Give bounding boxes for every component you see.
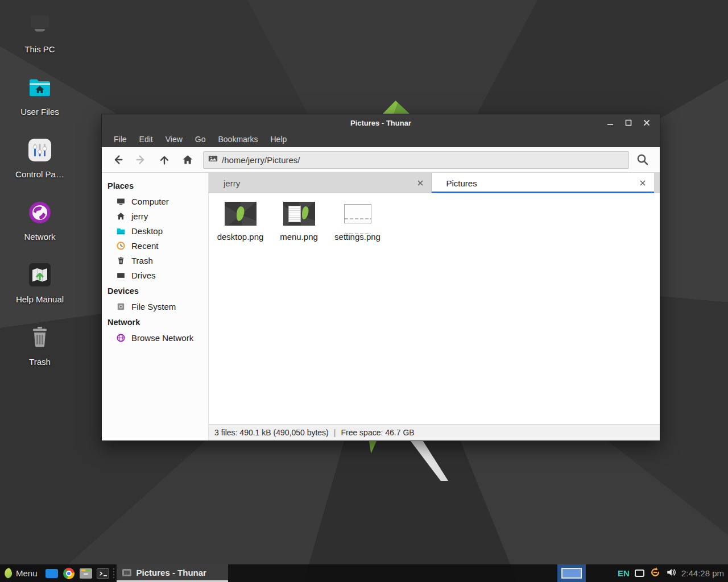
desktop-icon-help-manual[interactable]: Help Manual xyxy=(0,259,80,322)
tab-pictures[interactable]: Pictures xyxy=(432,173,655,193)
display-icon[interactable] xyxy=(635,569,644,577)
image-thumbnail xyxy=(225,200,257,227)
file-item-menu-png[interactable]: menu.png xyxy=(272,198,326,242)
show-desktop-icon xyxy=(46,569,58,578)
sidebar: Places Computer jerry Desktop Recent Tra… xyxy=(102,173,209,440)
tab-label: Pictures xyxy=(446,178,477,188)
desktop-icon-trash[interactable]: Trash xyxy=(0,322,80,384)
home-folder-icon xyxy=(26,72,53,103)
file-name: menu.png xyxy=(280,232,318,242)
tab-close-icon[interactable] xyxy=(638,178,647,188)
sidebar-header-network: Network xyxy=(102,314,208,330)
menu-button[interactable]: Menu xyxy=(0,564,43,582)
window-titlebar[interactable]: Pictures - Thunar xyxy=(102,114,660,131)
tab-bar: jerry Pictures xyxy=(209,173,660,193)
desktop-icon-network[interactable]: Network xyxy=(0,197,80,259)
sidebar-header-devices: Devices xyxy=(102,282,208,299)
browser-launcher[interactable] xyxy=(60,564,77,582)
workspace-1 xyxy=(561,568,582,579)
desktop-icon-this-pc[interactable]: This PC xyxy=(0,9,80,72)
sidebar-item-drives[interactable]: Drives xyxy=(102,268,208,282)
menu-bar: File Edit View Go Bookmarks Help xyxy=(102,131,660,147)
desktop-icon-label: This PC xyxy=(24,44,55,54)
status-bar: 3 files: 490.1 kB (490,050 bytes) | Free… xyxy=(209,424,660,440)
file-cabinet-icon xyxy=(80,568,92,579)
trash-icon xyxy=(115,256,126,265)
thunar-window: Pictures - Thunar File Edit View Go Book… xyxy=(101,114,660,441)
sidebar-item-label: Drives xyxy=(131,271,156,280)
keyboard-layout-indicator[interactable]: EN xyxy=(618,568,630,578)
terminal-icon xyxy=(97,568,109,579)
window-controls xyxy=(605,118,660,128)
help-manual-icon xyxy=(26,259,53,291)
file-item-desktop-png[interactable]: desktop.png xyxy=(213,198,267,242)
sidebar-item-label: Computer xyxy=(131,197,169,206)
menu-go[interactable]: Go xyxy=(189,131,212,147)
forward-icon[interactable] xyxy=(130,149,152,170)
disk-icon xyxy=(115,302,126,311)
sidebar-item-jerry[interactable]: jerry xyxy=(102,209,208,223)
file-view[interactable]: desktop.png menu.png settings.png xyxy=(209,193,660,424)
menu-button-label: Menu xyxy=(16,568,38,578)
terminal-launcher[interactable] xyxy=(94,564,111,582)
show-desktop-button[interactable] xyxy=(43,564,60,582)
update-icon[interactable] xyxy=(650,567,661,580)
sidebar-item-label: Desktop xyxy=(131,226,163,236)
chrome-icon xyxy=(63,568,75,579)
computer-icon xyxy=(26,9,53,41)
up-icon[interactable] xyxy=(153,149,175,170)
home-icon xyxy=(115,211,126,221)
taskbar-window-button[interactable]: Pictures - Thunar xyxy=(117,564,228,582)
desktop-icon-label: Control Pa… xyxy=(15,169,64,179)
mint-logo-icon xyxy=(3,568,13,579)
sidebar-item-label: Browse Network xyxy=(131,333,193,343)
taskbar-window-label: Pictures - Thunar xyxy=(136,568,206,577)
folder-icon xyxy=(115,226,126,236)
sidebar-header-places: Places xyxy=(102,177,208,194)
system-tray: EN 2:44:28 pm xyxy=(618,567,724,580)
tab-close-icon[interactable] xyxy=(416,178,425,188)
control-panel-icon xyxy=(26,134,53,166)
maximize-icon[interactable] xyxy=(623,118,634,128)
computer-icon xyxy=(115,197,126,206)
menu-edit[interactable]: Edit xyxy=(133,131,159,147)
sidebar-item-file-system[interactable]: File System xyxy=(102,299,208,314)
desktop-icon-label: User Files xyxy=(20,107,59,117)
sidebar-item-trash[interactable]: Trash xyxy=(102,253,208,268)
menu-view[interactable]: View xyxy=(159,131,189,147)
sidebar-item-label: jerry xyxy=(131,211,148,221)
sidebar-item-computer[interactable]: Computer xyxy=(102,194,208,209)
image-thumbnail xyxy=(283,200,315,227)
sidebar-item-recent[interactable]: Recent xyxy=(102,238,208,253)
workspace-switcher[interactable] xyxy=(557,564,586,582)
file-item-settings-png[interactable]: settings.png xyxy=(330,198,384,242)
menu-help[interactable]: Help xyxy=(264,131,293,147)
tab-jerry[interactable]: jerry xyxy=(209,173,432,193)
home-icon[interactable] xyxy=(176,149,198,170)
sidebar-item-browse-network[interactable]: Browse Network xyxy=(102,330,208,345)
close-icon[interactable] xyxy=(642,118,652,128)
image-icon xyxy=(208,155,218,165)
taskbar: Menu Pictures - Thunar EN 2:44:28 pm xyxy=(0,564,728,582)
sidebar-item-label: File System xyxy=(131,302,176,311)
network-globe-icon xyxy=(26,197,53,228)
menu-file[interactable]: File xyxy=(107,131,133,147)
back-icon[interactable] xyxy=(106,149,129,170)
path-text[interactable]: /home/jerry/Pictures/ xyxy=(222,155,300,165)
panel-handle[interactable] xyxy=(111,564,117,582)
desktop-icon-control-panel[interactable]: Control Pa… xyxy=(0,134,80,197)
path-bar[interactable]: /home/jerry/Pictures/ xyxy=(203,151,629,169)
status-free-space: Free space: 46.7 GB xyxy=(341,428,414,437)
file-manager-launcher[interactable] xyxy=(77,564,94,582)
window-title: Pictures - Thunar xyxy=(102,119,660,127)
search-icon[interactable] xyxy=(630,149,655,170)
sidebar-item-desktop[interactable]: Desktop xyxy=(102,223,208,238)
menu-bookmarks[interactable]: Bookmarks xyxy=(212,131,264,147)
image-thumbnail xyxy=(344,200,371,227)
volume-icon[interactable] xyxy=(666,567,676,580)
desktop-icon-user-files[interactable]: User Files xyxy=(0,72,80,134)
taskbar-clock[interactable]: 2:44:28 pm xyxy=(681,568,724,578)
minimize-icon[interactable] xyxy=(605,118,615,128)
toolbar: /home/jerry/Pictures/ xyxy=(102,147,660,173)
file-name: desktop.png xyxy=(217,232,264,242)
